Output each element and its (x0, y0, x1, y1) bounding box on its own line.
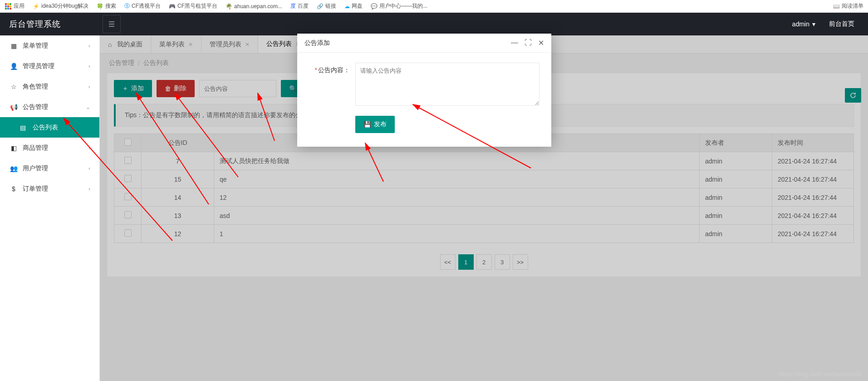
bookmark-item[interactable]: 💬用户中心——我的... (371, 2, 427, 10)
add-notice-dialog: 公告添加 — ⛶ ✕ *公告内容： 💾发布 (297, 34, 551, 35)
frontend-link[interactable]: 前台首页 (829, 20, 854, 28)
browser-bookmarks-bar: 应用 ⚡idea30分钟bug解决 🍀搜索 ⓈCF透视平台 🎮CF黑号租赁平台 … (0, 0, 868, 13)
bookmark-item[interactable]: 🍀搜索 (97, 2, 116, 10)
svg-rect-7 (7, 8, 9, 10)
svg-rect-6 (5, 8, 7, 10)
svg-rect-4 (7, 5, 9, 7)
svg-rect-0 (5, 3, 7, 5)
bookmark-item[interactable]: ☁网盘 (344, 2, 363, 10)
app-header: 后台管理系统 admin ▾ 前台首页 (0, 13, 868, 35)
bookmark-item[interactable]: ⚡idea30分钟bug解决 (33, 2, 88, 10)
dialog-header: 公告添加 — ⛶ ✕ (297, 34, 551, 35)
bookmark-item[interactable]: 🌴ahuan.uepan.com... (226, 3, 282, 10)
bookmark-item[interactable]: 度百度 (290, 2, 309, 10)
bookmark-item[interactable]: 🔗链接 (317, 2, 336, 10)
svg-rect-2 (10, 3, 11, 5)
app-logo: 后台管理系统 (0, 19, 100, 30)
sidebar-toggle[interactable] (103, 15, 121, 33)
apps-icon[interactable]: 应用 (5, 2, 25, 10)
user-menu[interactable]: admin ▾ (792, 20, 815, 28)
reading-list[interactable]: 📖阅读清单 (833, 2, 863, 10)
bookmark-item[interactable]: 🎮CF黑号租赁平台 (169, 2, 217, 10)
bookmark-item[interactable]: ⓈCF透视平台 (124, 2, 161, 10)
svg-rect-1 (7, 3, 9, 5)
svg-rect-8 (10, 8, 11, 10)
chevron-down-icon: ▾ (812, 20, 815, 28)
svg-rect-3 (5, 5, 7, 7)
svg-rect-5 (10, 5, 11, 7)
